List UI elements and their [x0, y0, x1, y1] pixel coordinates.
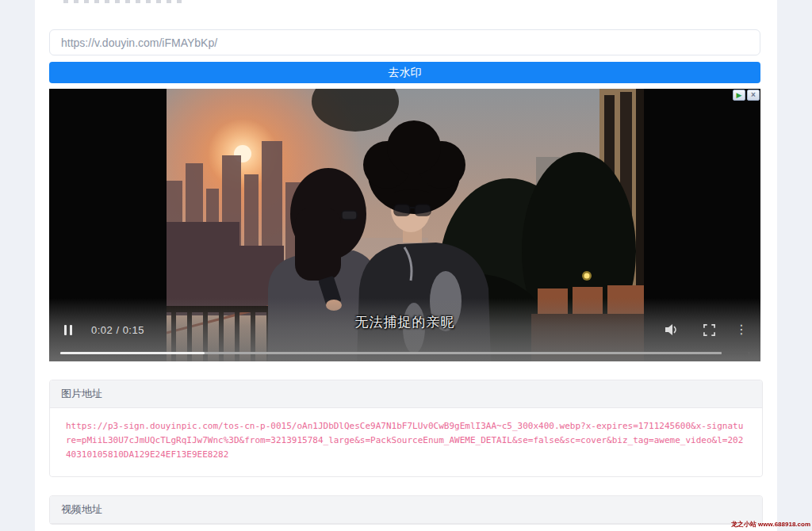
progress-bar[interactable] [60, 352, 749, 354]
image-url-section-body: https://p3-sign.douyinpic.com/tos-cn-p-0… [50, 408, 762, 476]
site-watermark: 龙之小站 www.688918.com [731, 520, 810, 529]
clipped-text-fragment [63, 0, 182, 3]
more-options-icon[interactable]: ⋮ [736, 323, 747, 336]
video-url-input[interactable] [49, 29, 760, 55]
ad-close-icon[interactable]: × [747, 90, 760, 101]
video-url-section: 视频地址 [49, 495, 763, 525]
image-url-section: 图片地址 https://p3-sign.douyinpic.com/tos-c… [49, 380, 763, 477]
volume-icon[interactable] [665, 323, 680, 336]
pause-icon[interactable] [63, 323, 74, 337]
ad-play-icon[interactable]: ▶ [733, 90, 745, 101]
video-controls: 0:02 / 0:15 ⋮ [49, 315, 760, 344]
image-url-section-title: 图片地址 [50, 380, 762, 408]
content-card: 去水印 [35, 0, 777, 531]
fullscreen-icon[interactable] [703, 324, 715, 336]
video-url-section-title: 视频地址 [50, 496, 762, 524]
progress-remaining [722, 352, 749, 354]
image-url-text: https://p3-sign.douyinpic.com/tos-cn-p-0… [66, 419, 746, 462]
remove-watermark-button[interactable]: 去水印 [49, 62, 760, 83]
progress-played [60, 352, 205, 354]
video-player: ▶ × 无法捕捉的亲昵 0:02 / 0:15 ⋮ [49, 89, 760, 361]
time-display: 0:02 / 0:15 [91, 324, 144, 336]
ad-badges: ▶ × [733, 90, 760, 101]
